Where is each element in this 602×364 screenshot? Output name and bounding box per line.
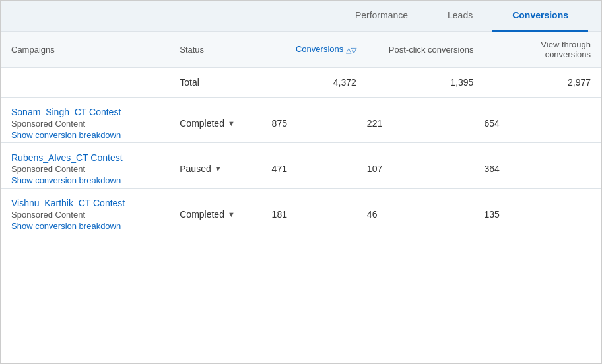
- top-nav: Performance Leads Conversions: [1, 1, 601, 32]
- main-container: Performance Leads Conversions Campaigns …: [0, 0, 602, 364]
- post-click-2: 107: [367, 143, 485, 189]
- status-label-2: Paused: [180, 164, 211, 174]
- total-label: Total: [169, 68, 271, 98]
- show-breakdown-2[interactable]: Show conversion breakdown: [11, 175, 169, 185]
- campaigns-table: Campaigns Status Conversions △▽ Post-cli…: [1, 32, 601, 233]
- col-header-conversions[interactable]: Conversions △▽: [272, 32, 367, 68]
- view-through-3: 135: [484, 189, 601, 234]
- tab-leads[interactable]: Leads: [428, 1, 492, 32]
- campaign-name-3[interactable]: Vishnu_Karthik_CT Contest: [11, 198, 169, 208]
- campaign-cell-3: Vishnu_Karthik_CT Contest Sponsored Cont…: [1, 189, 169, 234]
- campaign-block-2: Rubens_Alves_CT Contest Sponsored Conten…: [11, 152, 169, 185]
- tab-performance[interactable]: Performance: [335, 1, 428, 32]
- table-row: Vishnu_Karthik_CT Contest Sponsored Cont…: [1, 189, 601, 234]
- view-through-2: 364: [484, 143, 601, 189]
- status-label-1: Completed: [180, 118, 224, 129]
- dropdown-arrow-1: ▼: [228, 119, 235, 127]
- campaign-name-2[interactable]: Rubens_Alves_CT Contest: [11, 152, 169, 163]
- campaign-block-3: Vishnu_Karthik_CT Contest Sponsored Cont…: [11, 198, 169, 231]
- total-post-click: 1,395: [367, 68, 485, 98]
- status-dropdown-2[interactable]: Paused ▼: [180, 164, 221, 174]
- total-row: Total 4,372 1,395 2,977: [1, 68, 601, 98]
- dropdown-arrow-2: ▼: [215, 165, 222, 173]
- show-breakdown-3[interactable]: Show conversion breakdown: [11, 221, 169, 231]
- status-cell-3: Completed ▼: [169, 189, 271, 234]
- status-dropdown-1[interactable]: Completed ▼: [180, 118, 235, 129]
- campaign-name-1[interactable]: Sonam_Singh_CT Contest: [11, 107, 169, 117]
- status-cell-2: Paused ▼: [169, 143, 271, 189]
- tab-conversions[interactable]: Conversions: [492, 1, 588, 32]
- post-click-3: 46: [367, 189, 485, 234]
- campaign-type-3: Sponsored Content: [11, 210, 169, 220]
- dropdown-arrow-3: ▼: [228, 210, 235, 218]
- post-click-1: 221: [367, 98, 485, 143]
- conversions-3: 181: [272, 189, 367, 234]
- campaign-cell-2: Rubens_Alves_CT Contest Sponsored Conten…: [1, 143, 169, 189]
- view-through-1: 654: [484, 98, 601, 143]
- table-row: Rubens_Alves_CT Contest Sponsored Conten…: [1, 143, 601, 189]
- col-header-status: Status: [169, 32, 271, 68]
- status-cell-1: Completed ▼: [169, 98, 271, 143]
- table-header-row: Campaigns Status Conversions △▽ Post-cli…: [1, 32, 601, 68]
- sort-icon[interactable]: △▽: [346, 46, 356, 55]
- show-breakdown-1[interactable]: Show conversion breakdown: [11, 130, 169, 140]
- total-conversions: 4,372: [272, 68, 367, 98]
- conversions-2: 471: [272, 143, 367, 189]
- status-label-3: Completed: [180, 209, 224, 220]
- col-conversions-label: Conversions: [296, 44, 343, 54]
- campaign-cell-1: Sonam_Singh_CT Contest Sponsored Content…: [1, 98, 169, 143]
- total-view-through: 2,977: [484, 68, 601, 98]
- total-label-empty: [1, 68, 169, 98]
- col-header-view-through: View through conversions: [484, 32, 601, 68]
- conversions-1: 875: [272, 98, 367, 143]
- col-header-post-click: Post-click conversions: [367, 32, 485, 68]
- campaign-type-2: Sponsored Content: [11, 164, 169, 174]
- status-dropdown-3[interactable]: Completed ▼: [180, 209, 235, 220]
- campaign-type-1: Sponsored Content: [11, 119, 169, 129]
- table-row: Sonam_Singh_CT Contest Sponsored Content…: [1, 98, 601, 143]
- col-header-campaigns: Campaigns: [1, 32, 169, 68]
- campaign-block-1: Sonam_Singh_CT Contest Sponsored Content…: [11, 107, 169, 140]
